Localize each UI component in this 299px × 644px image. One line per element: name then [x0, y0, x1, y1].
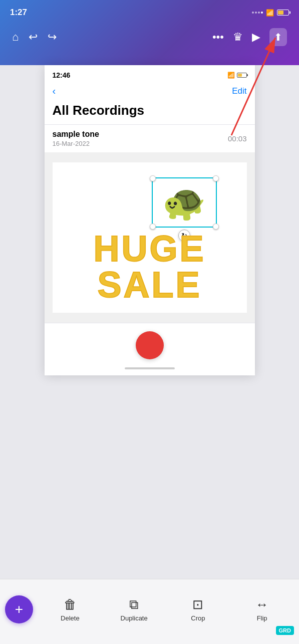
canva-logo: GRD: [276, 626, 294, 635]
crop-icon: ⊡: [192, 597, 203, 612]
back-button[interactable]: ‹: [53, 85, 56, 97]
record-button[interactable]: [136, 331, 164, 359]
undo-icon[interactable]: ↩: [29, 31, 38, 44]
canvas-area: 🐢 ↻ HUGE SALE: [45, 152, 255, 323]
toolbar-left: ⌂ ↩ ↪: [12, 31, 57, 44]
edit-button[interactable]: Edit: [232, 86, 246, 96]
signal-icon: [252, 12, 263, 14]
recording-date: 16-Mar-2022: [53, 140, 99, 147]
recording-name: sample tone: [53, 130, 99, 139]
huge-text: HUGE: [53, 231, 247, 267]
duplicate-label: Duplicate: [121, 614, 148, 622]
phone-battery-icon: [237, 73, 247, 78]
phone-signal-icon: [214, 74, 225, 76]
flip-label: Flip: [257, 614, 267, 622]
voice-memos-nav: ‹ Edit: [45, 83, 255, 101]
phone-time: 12:46: [53, 71, 71, 79]
toolbar-right: ••• ♛ ▶ ⬆: [212, 28, 287, 46]
redo-icon[interactable]: ↪: [48, 31, 57, 44]
delete-icon: 🗑: [64, 597, 77, 612]
delete-tool[interactable]: 🗑 Delete: [55, 597, 85, 622]
more-icon[interactable]: •••: [212, 31, 224, 44]
home-icon[interactable]: ⌂: [12, 31, 19, 44]
duplicate-icon: ⧉: [129, 597, 139, 612]
status-icons: 📶: [252, 9, 289, 17]
share-button[interactable]: ⬆: [269, 28, 287, 46]
recording-row[interactable]: sample tone 16-Mar-2022 00:03: [45, 124, 255, 152]
huge-sale-text: HUGE SALE: [53, 231, 247, 303]
recording-duration: 00:03: [228, 134, 247, 143]
fab-plus-icon: +: [15, 601, 23, 617]
bottom-toolbar: + 🗑 Delete ⧉ Duplicate ⊡ Crop ↔ Flip GRD: [0, 579, 299, 644]
play-icon[interactable]: ▶: [252, 31, 260, 44]
duplicate-tool[interactable]: ⧉ Duplicate: [119, 597, 149, 622]
turtle-emoji: 🐢: [152, 177, 217, 228]
phone-status-bar: 12:46 📶: [45, 65, 255, 83]
battery-icon: [277, 10, 289, 16]
crop-tool[interactable]: ⊡ Crop: [183, 597, 213, 622]
fab-button[interactable]: +: [5, 595, 33, 623]
recording-info: sample tone 16-Mar-2022: [53, 130, 99, 147]
page-title: All Recordings: [45, 101, 255, 124]
crown-icon[interactable]: ♛: [233, 31, 243, 44]
phone-wifi-icon: 📶: [227, 72, 235, 79]
top-bar: 1:27 📶 ⌂ ↩ ↪ ••• ♛ ▶ ⬆: [0, 0, 299, 65]
crop-label: Crop: [191, 614, 205, 622]
turtle-element[interactable]: 🐢 ↻: [152, 177, 217, 228]
flip-tool[interactable]: ↔ Flip: [247, 597, 277, 622]
bottom-tools: 🗑 Delete ⧉ Duplicate ⊡ Crop ↔ Flip: [38, 597, 294, 622]
sale-text: SALE: [53, 267, 247, 303]
phone-status-right: 📶: [214, 72, 247, 79]
canvas-inner[interactable]: 🐢 ↻ HUGE SALE: [53, 162, 247, 313]
wifi-icon: 📶: [266, 9, 274, 17]
flip-icon: ↔: [255, 597, 268, 612]
delete-label: Delete: [61, 614, 80, 622]
home-bar: [125, 367, 175, 369]
home-indicator: [45, 363, 255, 375]
toolbar: ⌂ ↩ ↪ ••• ♛ ▶ ⬆: [0, 22, 299, 52]
phone-screen: 12:46 📶 ‹ Edit All Recordings sample ton…: [45, 65, 255, 375]
record-section: [45, 323, 255, 363]
status-time: 1:27: [10, 8, 27, 18]
status-bar: 1:27 📶: [0, 0, 299, 22]
